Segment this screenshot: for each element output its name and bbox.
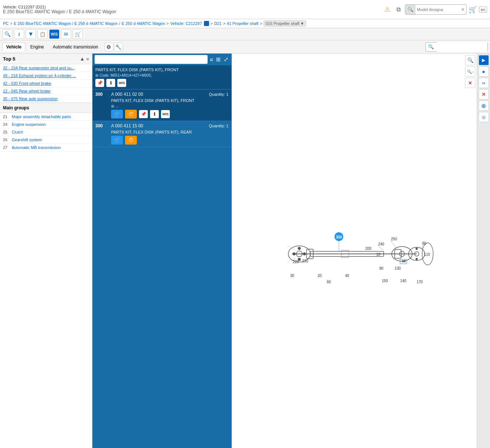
- part-1-wis-btn[interactable]: WIS: [161, 110, 170, 118]
- svg-point-5: [293, 252, 296, 255]
- svg-text:200: 200: [365, 247, 372, 251]
- svg-text:95: 95: [402, 259, 406, 263]
- zoom-in-btn[interactable]: 🔍: [2, 29, 12, 39]
- mail-btn[interactable]: ✉: [61, 29, 71, 39]
- part-1-info-btn[interactable]: ℹ: [150, 110, 159, 118]
- part-item-1-header: 300 A 000 411 02 00 Quantity: 1: [95, 92, 228, 97]
- right-panel-btn-3[interactable]: ⇔: [479, 78, 489, 88]
- header-actions: ⚠ ⧉ 🔍 ✕ 🛒 en: [382, 4, 487, 15]
- part-1-pin-btn[interactable]: 📌: [139, 110, 148, 118]
- svg-text:30: 30: [290, 274, 295, 278]
- info-btn[interactable]: i: [14, 29, 24, 39]
- copy-btn[interactable]: ⧉: [394, 4, 404, 15]
- part-item-2-qty: Quantity: 1: [209, 124, 228, 128]
- part-1-cart-btn[interactable]: 🛒: [111, 110, 123, 119]
- part-item-0-code: ⊞ Code: M651+M014+427+M005;: [95, 73, 228, 77]
- image-area: 300 240 250 80 200 220 210 10 110 130: [232, 54, 477, 448]
- right-panel: ▶ ● ⇔ ✕ ⊕ ◎: [477, 54, 490, 448]
- part-0-wis-btn[interactable]: WIS: [117, 79, 126, 87]
- model-search-btn[interactable]: 🔍: [405, 4, 416, 15]
- part-2-clock-btn[interactable]: ⏱: [125, 136, 137, 145]
- sidebar-item-2[interactable]: 49 - 218 Exhaust system on 4-cylinder ..…: [0, 72, 92, 80]
- warning-icon-btn[interactable]: ⚠: [382, 4, 392, 15]
- part-item-1-name: PARTS KIT, FLEX DISK (PARTS KIT), FRONT: [111, 98, 228, 103]
- grid-icon-1: ⊞: [111, 104, 114, 108]
- sidebar-collapse-btn[interactable]: ▲: [80, 56, 85, 62]
- main-groups-header: Main groups: [0, 103, 92, 113]
- document-btn[interactable]: 📋: [37, 29, 48, 39]
- toolbar-search-input[interactable]: [436, 42, 487, 52]
- part-1-clock-btn[interactable]: ⏱: [125, 110, 137, 119]
- header: Vehicle: C212297 (D21) E 250 BlueTEC 4MA…: [0, 0, 490, 19]
- svg-text:60: 60: [327, 280, 331, 284]
- sidebar-controls: ▲ «: [80, 56, 89, 62]
- tab-automatic-transmission[interactable]: Automatic transmission: [49, 43, 102, 51]
- image-zoom-in-btn[interactable]: 🔍: [465, 55, 475, 65]
- part-item-0[interactable]: PARTS KIT, FLEX DISK (PARTS KIT), FRONT …: [92, 65, 231, 90]
- svg-text:20: 20: [318, 274, 322, 278]
- model-search-clear-btn[interactable]: ✕: [460, 7, 466, 12]
- parts-list-icon[interactable]: ≡: [209, 56, 214, 63]
- wis-btn[interactable]: WIS: [49, 29, 59, 39]
- sidebar-group-25[interactable]: 25 Clutch: [0, 128, 92, 136]
- part-2-cart-btn[interactable]: 🛒: [111, 136, 123, 145]
- svg-text:150: 150: [382, 279, 388, 283]
- svg-line-13: [288, 246, 295, 250]
- sidebar-group-21[interactable]: 21 Major assembly detachable parts: [0, 113, 92, 121]
- toolbar-search: 🔍: [425, 42, 488, 52]
- top5-label: Top 5: [3, 56, 15, 62]
- sidebar-group-24[interactable]: 24 Engine suspension: [0, 121, 92, 128]
- parts-expand-icon[interactable]: ⤢: [223, 55, 229, 63]
- tab-engine[interactable]: Engine: [26, 43, 48, 51]
- part-item-2-header: 300 A 000 411 15 00 Quantity: 1: [95, 123, 228, 128]
- right-panel-btn-6[interactable]: ◎: [479, 112, 489, 122]
- parts-search-input[interactable]: [95, 55, 208, 64]
- image-panel: 🔍 🔍- ✕: [232, 54, 477, 448]
- part-item-1[interactable]: 300 A 000 411 02 00 Quantity: 1 PARTS KI…: [92, 90, 231, 121]
- sidebar-group-26[interactable]: 26 Gearshift system: [0, 136, 92, 144]
- breadcrumb-vehicle-link[interactable]: Vehicle: C212297: [170, 21, 202, 26]
- cart-toolbar-btn[interactable]: 🛒: [73, 29, 83, 39]
- sidebar-item-4[interactable]: 12 - 045 Rear wheel brake: [0, 87, 92, 95]
- cart-btn[interactable]: 🛒: [468, 4, 478, 15]
- part-item-1-icons: 🛒 ⏱ 📌 ℹ WIS: [111, 110, 228, 119]
- tab-vehicle[interactable]: Vehicle: [2, 43, 25, 51]
- sidebar-double-collapse-btn[interactable]: «: [86, 56, 89, 62]
- sidebar-group-27[interactable]: 27 Automatic MB transmission: [0, 144, 92, 152]
- part-0-info-btn[interactable]: ℹ: [106, 79, 115, 87]
- right-panel-btn-2[interactable]: ●: [479, 66, 489, 77]
- filter-btn[interactable]: ▼: [26, 29, 36, 39]
- part-item-1-num: 300: [95, 92, 108, 97]
- lang-badge: en: [479, 7, 487, 12]
- svg-text:90: 90: [379, 266, 384, 270]
- sidebar-item-1[interactable]: 32 - 154 Rear suspension strut and su...: [0, 64, 92, 72]
- toolbar-icon2[interactable]: 🔧: [114, 43, 123, 51]
- part-0-pin-btn[interactable]: 📌: [95, 79, 104, 87]
- breadcrumb-model[interactable]: E 250 BlueTEC 4MATIC Wagon / E 250 d 4MA…: [14, 21, 118, 26]
- svg-text:140: 140: [400, 279, 406, 283]
- right-panel-btn-4[interactable]: ✕: [479, 89, 489, 99]
- right-panel-btn-5[interactable]: ⊕: [479, 101, 489, 111]
- parts-grid-icon[interactable]: ⊞: [215, 55, 222, 63]
- part-drawing-svg: 300 240 250 80 200 220 210 10 110 130: [270, 197, 439, 314]
- sidebar-item-5[interactable]: 35 - 075 Rear axle suspension: [0, 95, 92, 103]
- parts-toolbar: ≡ ⊞ ⤢: [92, 54, 231, 65]
- sidebar-item-3[interactable]: 42 - 030 Front wheel brake: [0, 80, 92, 87]
- part-item-2[interactable]: 300 A 000 411 15 00 Quantity: 1 PARTS KI…: [92, 121, 231, 147]
- breadcrumb-propeller[interactable]: 41 Propeller shaft: [227, 21, 259, 26]
- svg-text:210: 210: [302, 259, 308, 263]
- svg-text:250: 250: [391, 237, 397, 241]
- breadcrumb-pc[interactable]: PC: [3, 21, 8, 26]
- model-search-input[interactable]: [416, 7, 460, 12]
- breadcrumb-model2[interactable]: E 250 d 4MATIC Wagon: [122, 21, 165, 26]
- svg-point-18: [416, 248, 418, 250]
- breadcrumb-dropdown-btn[interactable]: 015 Propeller shaft ▼: [264, 21, 306, 26]
- right-panel-btn-1[interactable]: ▶: [479, 55, 489, 65]
- breadcrumb-vehicle-copy-icon[interactable]: ⧉: [204, 21, 209, 26]
- image-close-btn[interactable]: ✕: [465, 78, 475, 88]
- image-zoom-out-btn[interactable]: 🔍-: [465, 66, 475, 77]
- chevron-down-icon: ▼: [300, 21, 304, 26]
- breadcrumb-d21[interactable]: D21: [214, 21, 222, 26]
- grid-icon-0: ⊞: [95, 73, 98, 77]
- toolbar-icon1[interactable]: ⚙: [105, 43, 113, 51]
